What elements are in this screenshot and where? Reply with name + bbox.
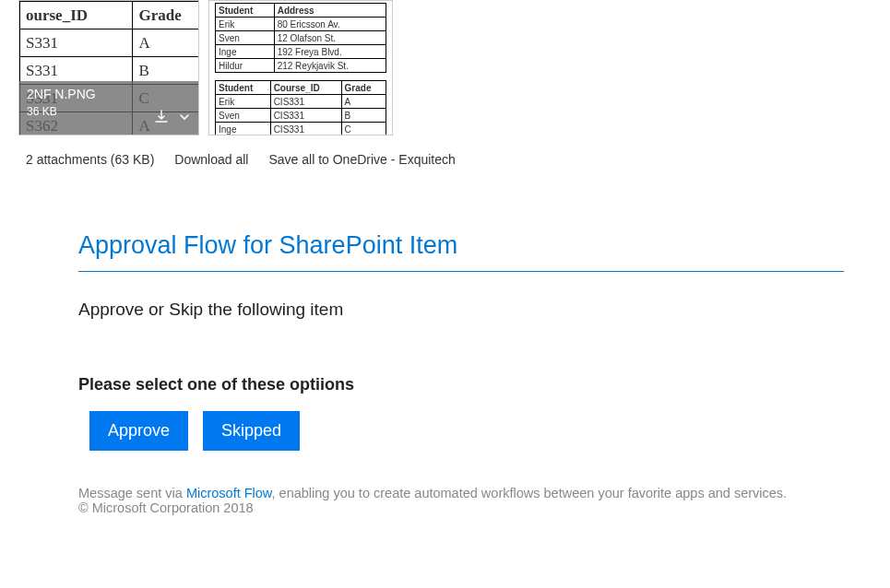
- download-all-link[interactable]: Download all: [174, 152, 248, 167]
- footer-copyright: © Microsoft Corporation 2018: [78, 500, 254, 515]
- thumb1-h0: ourse_ID: [20, 2, 133, 29]
- thumb2-table1: StudentAddress Erik80 Ericsson Av. Sven1…: [215, 3, 386, 73]
- approve-button[interactable]: Approve: [89, 411, 188, 451]
- flow-select-label: Please select one of these optiions: [78, 375, 844, 394]
- attachments-summary: 2 attachments (63 KB): [26, 152, 154, 167]
- flow-button-row: Approve Skipped: [89, 411, 844, 451]
- flow-footer: Message sent via Microsoft Flow, enablin…: [78, 486, 844, 515]
- save-onedrive-link[interactable]: Save all to OneDrive - Exquitech: [268, 152, 455, 167]
- approval-flow-card: Approval Flow for SharePoint Item Approv…: [78, 231, 844, 515]
- thumb1-overlay: 2NF N.PNG 36 KB: [19, 81, 198, 135]
- microsoft-flow-link[interactable]: Microsoft Flow: [186, 486, 272, 500]
- footer-post: , enabling you to create automated workf…: [272, 486, 788, 500]
- attachment-thumb-2[interactable]: StudentAddress Erik80 Ericsson Av. Sven1…: [208, 0, 393, 135]
- chevron-down-icon[interactable]: [178, 111, 191, 126]
- thumb1-h1: Grade: [133, 2, 199, 29]
- flow-instruction: Approve or Skip the following item: [78, 300, 844, 320]
- attachments-info-bar: 2 attachments (63 KB) Download all Save …: [18, 152, 872, 167]
- attachment-thumbnails: ourse_ID Grade A S331A80 S331B12 S331C19…: [18, 0, 872, 135]
- attachment-thumb-1[interactable]: ourse_ID Grade A S331A80 S331B12 S331C19…: [18, 0, 199, 135]
- footer-pre: Message sent via: [78, 486, 186, 500]
- download-icon[interactable]: [154, 110, 169, 127]
- thumb1-filename: 2NF N.PNG: [27, 87, 191, 101]
- flow-title: Approval Flow for SharePoint Item: [78, 231, 844, 272]
- thumb2-table2: StudentCourse_IDGrade ErikCIS331A SvenCI…: [215, 80, 386, 135]
- attachments-area: ourse_ID Grade A S331A80 S331B12 S331C19…: [0, 0, 890, 167]
- skipped-button[interactable]: Skipped: [203, 411, 300, 451]
